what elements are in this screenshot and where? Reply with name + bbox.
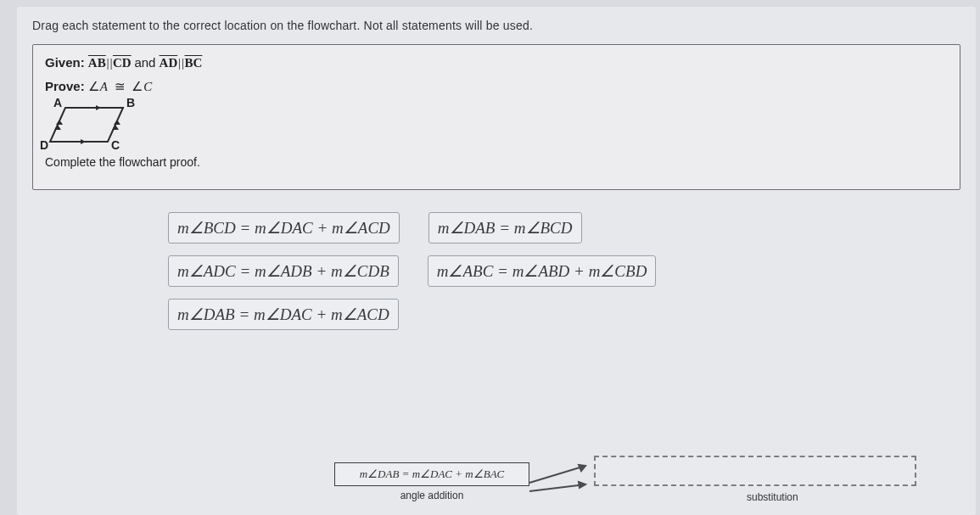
congruent-symbol <box>111 80 129 93</box>
tile-abc[interactable]: m∠ABC = m∠ABD + m∠CBD <box>428 255 657 287</box>
svg-marker-2 <box>96 105 101 110</box>
prove-label: Prove: <box>45 79 85 93</box>
instruction-text: Drag each statement to the correct locat… <box>32 19 960 32</box>
flow-start-node: m∠DAB = m∠DAC + m∠BAC angle addition <box>334 462 529 501</box>
svg-marker-6 <box>56 120 63 125</box>
vertex-d: D <box>40 138 48 152</box>
svg-marker-7 <box>112 125 119 130</box>
parallel-symbol-2: || <box>177 56 184 70</box>
and-text: and <box>134 55 159 70</box>
flowchart-area: m∠DAB = m∠DAC + m∠BAC angle addition sub… <box>17 447 976 515</box>
segment-ab: AB <box>88 56 106 70</box>
svg-marker-4 <box>81 139 86 144</box>
segment-cd: CD <box>113 56 132 70</box>
svg-marker-10 <box>579 465 585 471</box>
start-reason: angle addition <box>334 490 529 501</box>
svg-marker-5 <box>54 125 61 130</box>
svg-marker-8 <box>114 120 120 125</box>
vertex-c: C <box>111 138 120 152</box>
svg-line-11 <box>529 484 585 491</box>
vertex-a: A <box>53 96 62 109</box>
segment-ad: AD <box>160 56 178 70</box>
worksheet-sheet: Drag each statement to the correct locat… <box>17 7 976 515</box>
problem-box: Given: AB||CD and AD||BC Prove: A C <box>32 44 960 190</box>
given-label: Given: <box>45 55 85 70</box>
vertex-b: B <box>126 96 135 109</box>
parallelogram-diagram: A B C D <box>50 103 132 147</box>
tile-dab-dac-acd[interactable]: m∠DAB = m∠DAC + m∠ACD <box>168 299 399 330</box>
tile-bcd[interactable]: m∠BCD = m∠DAC + m∠ACD <box>168 212 400 244</box>
prove-line: Prove: A C <box>45 79 948 94</box>
tile-bank: m∠BCD = m∠DAC + m∠ACD m∠DAB = m∠BCD m∠AD… <box>32 212 960 330</box>
drop-zone-reason: substitution <box>747 491 798 503</box>
angle-c: C <box>132 80 152 93</box>
complete-text: Complete the flowchart proof. <box>45 155 948 169</box>
flow-arrow-icon <box>526 451 594 501</box>
tile-dab-eq-bcd[interactable]: m∠DAB = m∠BCD <box>428 212 582 244</box>
drop-zone-substitution[interactable] <box>594 456 916 486</box>
parallel-symbol: || <box>106 56 113 70</box>
given-line: Given: AB||CD and AD||BC <box>45 55 948 70</box>
start-statement: m∠DAB = m∠DAC + m∠BAC <box>334 462 529 486</box>
svg-marker-12 <box>579 482 585 488</box>
angle-a: A <box>88 80 108 93</box>
segment-bc: BC <box>185 56 203 70</box>
svg-line-9 <box>529 466 585 483</box>
tile-adc[interactable]: m∠ADC = m∠ADB + m∠CDB <box>168 255 399 287</box>
